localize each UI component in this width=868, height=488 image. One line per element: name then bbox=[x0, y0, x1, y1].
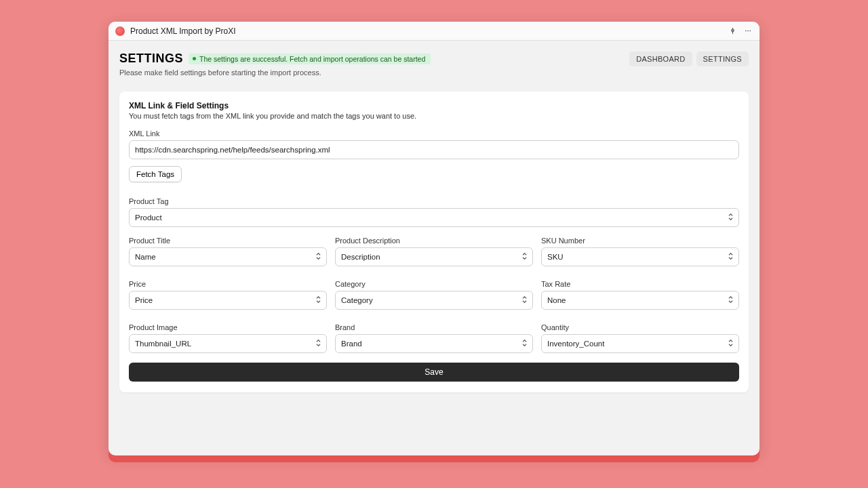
status-dot-icon bbox=[193, 57, 196, 60]
field-item: SKU NumberSKU bbox=[541, 230, 739, 266]
field-item: QuantityInventory_Count bbox=[541, 317, 739, 353]
settings-card: XML Link & Field Settings You must fetch… bbox=[119, 92, 749, 392]
field-select[interactable]: Category bbox=[335, 291, 533, 310]
field-label: Price bbox=[129, 280, 327, 288]
svg-point-2 bbox=[749, 30, 751, 32]
save-button[interactable]: Save bbox=[129, 363, 739, 382]
field-item: BrandBrand bbox=[335, 317, 533, 353]
field-mapping-grid: Product TitleNameProduct DescriptionDesc… bbox=[129, 230, 739, 353]
field-label: Brand bbox=[335, 323, 533, 331]
field-label: Quantity bbox=[541, 323, 739, 331]
tab-dashboard[interactable]: DASHBOARD bbox=[629, 52, 692, 66]
status-text: The settings are successful. Fetch and i… bbox=[199, 55, 425, 63]
field-select[interactable]: Thumbnail_URL bbox=[129, 334, 327, 353]
field-item: Product DescriptionDescription bbox=[335, 230, 533, 266]
card-title: XML Link & Field Settings bbox=[129, 101, 739, 110]
field-item: PricePrice bbox=[129, 273, 327, 310]
more-icon[interactable] bbox=[743, 27, 753, 35]
svg-point-0 bbox=[745, 30, 747, 32]
titlebar-actions bbox=[729, 27, 753, 35]
xml-link-label: XML Link bbox=[129, 129, 739, 138]
page-title: SETTINGS bbox=[119, 52, 183, 66]
product-tag-select[interactable]: Product bbox=[129, 208, 739, 227]
field-select[interactable]: Name bbox=[129, 247, 327, 266]
field-label: Product Title bbox=[129, 237, 327, 245]
app-title: Product XML Import by ProXI bbox=[130, 26, 236, 36]
titlebar: Product XML Import by ProXI bbox=[108, 22, 760, 41]
field-item: Product TitleName bbox=[129, 230, 327, 266]
nav-tabs: DASHBOARD SETTINGS bbox=[629, 52, 749, 66]
tab-settings[interactable]: SETTINGS bbox=[696, 52, 749, 66]
field-select[interactable]: None bbox=[541, 291, 739, 310]
pin-icon[interactable] bbox=[729, 27, 736, 35]
field-label: SKU Number bbox=[541, 237, 739, 245]
field-label: Product Description bbox=[335, 237, 533, 245]
field-label: Tax Rate bbox=[541, 280, 739, 288]
card-subtitle: You must fetch tags from the XML link yo… bbox=[129, 112, 739, 120]
app-icon bbox=[115, 26, 125, 36]
content-area: SETTINGS The settings are successful. Fe… bbox=[108, 41, 760, 455]
app-window: Product XML Import by ProXI SETTINGS The… bbox=[108, 22, 760, 455]
status-badge: The settings are successful. Fetch and i… bbox=[189, 54, 431, 64]
field-label: Category bbox=[335, 280, 533, 288]
product-tag-label: Product Tag bbox=[129, 197, 739, 205]
field-item: CategoryCategory bbox=[335, 273, 533, 310]
svg-point-1 bbox=[747, 30, 749, 32]
field-select[interactable]: SKU bbox=[541, 247, 739, 266]
page-subtitle: Please make field settings before starti… bbox=[119, 68, 431, 77]
field-select[interactable]: Brand bbox=[335, 334, 533, 353]
field-item: Tax RateNone bbox=[541, 273, 739, 310]
fetch-tags-button[interactable]: Fetch Tags bbox=[129, 166, 182, 182]
field-label: Product Image bbox=[129, 323, 327, 331]
field-select[interactable]: Price bbox=[129, 291, 327, 310]
field-select[interactable]: Inventory_Count bbox=[541, 334, 739, 353]
field-item: Product ImageThumbnail_URL bbox=[129, 317, 327, 353]
xml-link-input[interactable] bbox=[129, 140, 739, 159]
field-select[interactable]: Description bbox=[335, 247, 533, 266]
